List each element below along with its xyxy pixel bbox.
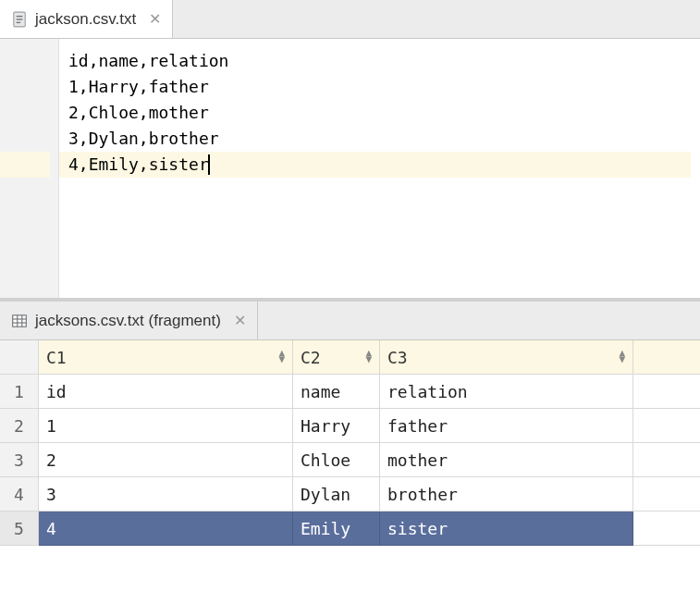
grid-row-filler [633,477,700,512]
column-header-label: C2 [301,348,321,367]
sort-arrows-icon[interactable]: ▲▼ [619,351,625,363]
table-row[interactable]: 43Dylanbrother [0,477,700,512]
editor-tab-bar: jackson.csv.txt ✕ [0,0,700,39]
column-header[interactable]: C1▲▼ [39,340,293,375]
table-row[interactable]: 32Chloemother [0,443,700,477]
code-line[interactable]: 4,Emily,sister [59,152,691,178]
sort-arrows-icon[interactable]: ▲▼ [278,351,285,363]
text-editor-pane: jackson.csv.txt ✕ id,name,relation1,Harr… [0,0,700,302]
grid-row-filler [633,409,700,443]
text-file-icon [11,11,28,28]
grid-row-filler [633,443,700,477]
grid-row-filler [633,375,700,409]
code-line[interactable]: 3,Dylan,brother [68,126,691,152]
grid-cell[interactable]: father [380,409,633,443]
grid-cell[interactable]: 4 [39,512,293,546]
editor-tab-label: jackson.csv.txt [35,10,136,29]
table-tab[interactable]: jacksons.csv.txt (fragment) ✕ [0,302,258,339]
grid-cell[interactable]: sister [380,512,633,546]
code-line[interactable]: 2,Chloe,mother [68,100,691,126]
grid-cell[interactable]: mother [380,443,633,477]
table-file-icon [11,313,28,329]
close-icon[interactable]: ✕ [228,312,246,329]
editor-tab[interactable]: jackson.csv.txt ✕ [0,0,173,38]
column-header[interactable]: C3▲▼ [380,340,633,375]
data-grid: C1▲▼C2▲▼C3▲▼1idnamerelation21Harryfather… [0,340,700,546]
grid-cell[interactable]: 3 [39,477,293,512]
column-header-label: C3 [387,348,408,367]
grid-cell[interactable]: Emily [293,512,380,546]
grid-cell[interactable]: 1 [39,409,293,443]
code-line[interactable]: id,name,relation [68,48,691,74]
table-view-pane: jacksons.csv.txt (fragment) ✕ C1▲▼C2▲▼C3… [0,302,700,546]
row-number-cell[interactable]: 2 [0,409,39,443]
table-tab-label: jacksons.csv.txt (fragment) [35,312,221,330]
table-row[interactable]: 1idnamerelation [0,375,700,409]
grid-cell[interactable]: Dylan [293,477,380,512]
editor-body: id,name,relation1,Harry,father2,Chloe,mo… [0,39,700,298]
code-line[interactable]: 1,Harry,father [68,74,691,100]
grid-header-filler [633,340,700,375]
row-number-cell[interactable]: 4 [0,477,39,512]
text-caret [208,154,210,175]
grid-corner-cell [0,340,39,375]
table-row[interactable]: 21Harryfather [0,409,700,443]
table-tab-bar: jacksons.csv.txt (fragment) ✕ [0,302,700,340]
column-header-label: C1 [46,348,67,367]
row-number-cell[interactable]: 3 [0,443,39,477]
sort-arrows-icon[interactable]: ▲▼ [365,351,372,363]
grid-cell[interactable]: 2 [39,443,293,477]
grid-cell[interactable]: id [39,375,293,409]
row-number-cell[interactable]: 5 [0,512,39,546]
grid-cell[interactable]: name [293,375,380,409]
grid-cell[interactable]: brother [380,477,633,512]
table-row[interactable]: 54Emilysister [0,512,700,546]
grid-row-filler [633,512,700,546]
grid-cell[interactable]: relation [380,375,633,409]
grid-cell[interactable]: Harry [293,409,380,443]
row-number-cell[interactable]: 1 [0,375,39,409]
code-area[interactable]: id,name,relation1,Harry,father2,Chloe,mo… [59,39,700,298]
svg-rect-4 [13,314,27,326]
grid-cell[interactable]: Chloe [293,443,380,477]
column-header[interactable]: C2▲▼ [293,340,380,375]
grid-header-row: C1▲▼C2▲▼C3▲▼ [0,340,700,375]
close-icon[interactable]: ✕ [143,10,161,28]
